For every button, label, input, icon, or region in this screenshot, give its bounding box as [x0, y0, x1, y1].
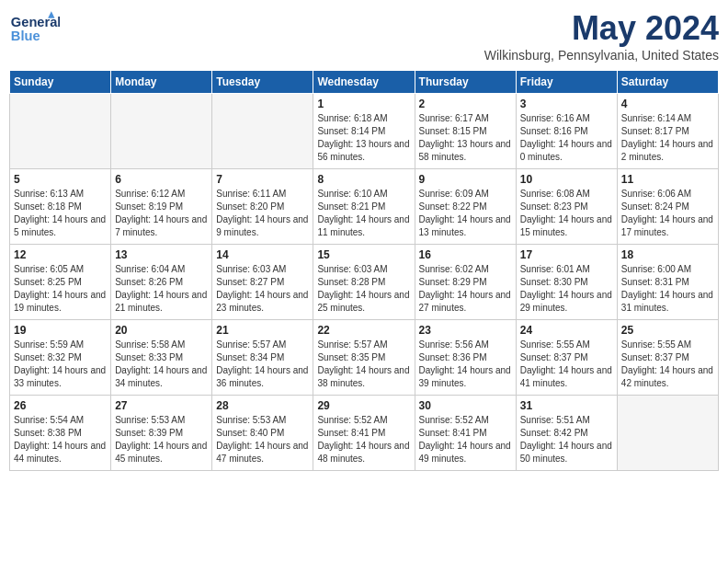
day-info: Sunrise: 5:57 AMSunset: 8:34 PMDaylight:… [216, 339, 309, 390]
day-number: 9 [419, 173, 512, 186]
calendar-table: SundayMondayTuesdayWednesdayThursdayFrid… [9, 70, 719, 471]
day-info: Sunrise: 5:52 AMSunset: 8:41 PMDaylight:… [317, 414, 410, 465]
day-number: 7 [216, 173, 309, 186]
day-of-week-header: Monday [111, 71, 212, 94]
day-info: Sunrise: 6:12 AMSunset: 8:19 PMDaylight:… [115, 188, 208, 239]
calendar-day-cell: 8Sunrise: 6:10 AMSunset: 8:21 PMDaylight… [313, 169, 415, 245]
day-info: Sunrise: 6:14 AMSunset: 8:17 PMDaylight:… [621, 112, 714, 164]
calendar-day-cell [212, 94, 313, 169]
calendar-day-cell [111, 94, 212, 169]
month-title: May 2024 [484, 9, 719, 48]
day-info: Sunrise: 6:13 AMSunset: 8:18 PMDaylight:… [14, 188, 107, 239]
calendar-day-cell: 29Sunrise: 5:52 AMSunset: 8:41 PMDayligh… [313, 396, 415, 471]
day-info: Sunrise: 6:03 AMSunset: 8:28 PMDaylight:… [317, 263, 410, 315]
day-number: 24 [520, 324, 613, 337]
calendar-day-cell: 27Sunrise: 5:53 AMSunset: 8:39 PMDayligh… [111, 396, 212, 471]
day-info: Sunrise: 6:16 AMSunset: 8:16 PMDaylight:… [520, 112, 613, 164]
day-of-week-header: Wednesday [313, 71, 415, 94]
day-number: 5 [14, 173, 107, 186]
day-of-week-header: Tuesday [212, 71, 313, 94]
calendar-day-cell: 21Sunrise: 5:57 AMSunset: 8:34 PMDayligh… [212, 320, 313, 396]
calendar-day-cell [10, 94, 111, 169]
day-info: Sunrise: 5:55 AMSunset: 8:37 PMDaylight:… [520, 339, 613, 390]
day-number: 14 [216, 248, 309, 261]
day-of-week-header: Friday [516, 71, 617, 94]
location: Wilkinsburg, Pennsylvania, United States [484, 48, 719, 63]
calendar-day-cell: 30Sunrise: 5:52 AMSunset: 8:41 PMDayligh… [415, 396, 516, 471]
calendar-day-cell: 9Sunrise: 6:09 AMSunset: 8:22 PMDaylight… [415, 169, 516, 245]
day-info: Sunrise: 6:09 AMSunset: 8:22 PMDaylight:… [419, 188, 512, 239]
day-info: Sunrise: 6:18 AMSunset: 8:14 PMDaylight:… [317, 112, 410, 164]
day-info: Sunrise: 6:01 AMSunset: 8:30 PMDaylight:… [520, 263, 613, 315]
calendar-day-cell: 17Sunrise: 6:01 AMSunset: 8:30 PMDayligh… [516, 245, 617, 320]
day-info: Sunrise: 6:02 AMSunset: 8:29 PMDaylight:… [419, 263, 512, 315]
day-info: Sunrise: 5:53 AMSunset: 8:40 PMDaylight:… [216, 414, 309, 465]
day-number: 3 [520, 98, 613, 110]
calendar-day-cell: 24Sunrise: 5:55 AMSunset: 8:37 PMDayligh… [516, 320, 617, 396]
page-header: General Blue May 2024 Wilkinsburg, Penns… [9, 9, 719, 63]
day-info: Sunrise: 6:08 AMSunset: 8:23 PMDaylight:… [520, 188, 613, 239]
calendar-day-cell: 13Sunrise: 6:04 AMSunset: 8:26 PMDayligh… [111, 245, 212, 320]
day-info: Sunrise: 6:05 AMSunset: 8:25 PMDaylight:… [14, 263, 107, 315]
day-info: Sunrise: 5:57 AMSunset: 8:35 PMDaylight:… [317, 339, 410, 390]
day-number: 22 [317, 324, 410, 337]
calendar-day-cell: 26Sunrise: 5:54 AMSunset: 8:38 PMDayligh… [10, 396, 111, 471]
calendar-day-cell: 22Sunrise: 5:57 AMSunset: 8:35 PMDayligh… [313, 320, 415, 396]
day-info: Sunrise: 5:53 AMSunset: 8:39 PMDaylight:… [115, 414, 208, 465]
day-number: 16 [419, 248, 512, 261]
calendar-day-cell: 11Sunrise: 6:06 AMSunset: 8:24 PMDayligh… [617, 169, 718, 245]
day-info: Sunrise: 5:56 AMSunset: 8:36 PMDaylight:… [419, 339, 512, 390]
day-of-week-header: Saturday [617, 71, 718, 94]
day-number: 25 [621, 324, 714, 337]
day-number: 21 [216, 324, 309, 337]
calendar-day-cell: 3Sunrise: 6:16 AMSunset: 8:16 PMDaylight… [516, 94, 617, 169]
calendar-day-cell: 20Sunrise: 5:58 AMSunset: 8:33 PMDayligh… [111, 320, 212, 396]
day-number: 2 [419, 98, 512, 110]
day-number: 11 [621, 173, 714, 186]
day-info: Sunrise: 6:11 AMSunset: 8:20 PMDaylight:… [216, 188, 309, 239]
calendar-day-cell: 16Sunrise: 6:02 AMSunset: 8:29 PMDayligh… [415, 245, 516, 320]
calendar-week-row: 26Sunrise: 5:54 AMSunset: 8:38 PMDayligh… [10, 396, 719, 471]
logo-svg: General Blue [9, 9, 60, 51]
calendar-day-cell: 4Sunrise: 6:14 AMSunset: 8:17 PMDaylight… [617, 94, 718, 169]
day-number: 28 [216, 399, 309, 412]
day-number: 29 [317, 399, 410, 412]
calendar-day-cell: 5Sunrise: 6:13 AMSunset: 8:18 PMDaylight… [10, 169, 111, 245]
day-info: Sunrise: 6:10 AMSunset: 8:21 PMDaylight:… [317, 188, 410, 239]
day-info: Sunrise: 6:00 AMSunset: 8:31 PMDaylight:… [621, 263, 714, 315]
day-number: 15 [317, 248, 410, 261]
day-number: 20 [115, 324, 208, 337]
title-block: May 2024 Wilkinsburg, Pennsylvania, Unit… [484, 9, 719, 63]
day-number: 10 [520, 173, 613, 186]
calendar-day-cell: 19Sunrise: 5:59 AMSunset: 8:32 PMDayligh… [10, 320, 111, 396]
day-number: 6 [115, 173, 208, 186]
calendar-day-cell: 15Sunrise: 6:03 AMSunset: 8:28 PMDayligh… [313, 245, 415, 320]
day-number: 31 [520, 399, 613, 412]
calendar-day-cell: 7Sunrise: 6:11 AMSunset: 8:20 PMDaylight… [212, 169, 313, 245]
calendar-day-cell: 2Sunrise: 6:17 AMSunset: 8:15 PMDaylight… [415, 94, 516, 169]
svg-text:Blue: Blue [11, 29, 40, 43]
calendar-day-cell: 10Sunrise: 6:08 AMSunset: 8:23 PMDayligh… [516, 169, 617, 245]
calendar-day-cell: 18Sunrise: 6:00 AMSunset: 8:31 PMDayligh… [617, 245, 718, 320]
calendar-day-cell: 31Sunrise: 5:51 AMSunset: 8:42 PMDayligh… [516, 396, 617, 471]
calendar-day-cell: 6Sunrise: 6:12 AMSunset: 8:19 PMDaylight… [111, 169, 212, 245]
calendar-day-cell: 12Sunrise: 6:05 AMSunset: 8:25 PMDayligh… [10, 245, 111, 320]
day-info: Sunrise: 5:52 AMSunset: 8:41 PMDaylight:… [419, 414, 512, 465]
day-number: 30 [419, 399, 512, 412]
day-info: Sunrise: 6:06 AMSunset: 8:24 PMDaylight:… [621, 188, 714, 239]
calendar-day-cell: 1Sunrise: 6:18 AMSunset: 8:14 PMDaylight… [313, 94, 415, 169]
day-number: 17 [520, 248, 613, 261]
day-info: Sunrise: 6:04 AMSunset: 8:26 PMDaylight:… [115, 263, 208, 315]
calendar-week-row: 1Sunrise: 6:18 AMSunset: 8:14 PMDaylight… [10, 94, 719, 169]
calendar-header-row: SundayMondayTuesdayWednesdayThursdayFrid… [10, 71, 719, 94]
calendar-day-cell: 25Sunrise: 5:55 AMSunset: 8:37 PMDayligh… [617, 320, 718, 396]
calendar-week-row: 5Sunrise: 6:13 AMSunset: 8:18 PMDaylight… [10, 169, 719, 245]
calendar-day-cell: 23Sunrise: 5:56 AMSunset: 8:36 PMDayligh… [415, 320, 516, 396]
day-info: Sunrise: 5:55 AMSunset: 8:37 PMDaylight:… [621, 339, 714, 390]
day-number: 4 [621, 98, 714, 110]
day-info: Sunrise: 5:58 AMSunset: 8:33 PMDaylight:… [115, 339, 208, 390]
day-info: Sunrise: 6:03 AMSunset: 8:27 PMDaylight:… [216, 263, 309, 315]
calendar-day-cell [617, 396, 718, 471]
day-number: 12 [14, 248, 107, 261]
day-info: Sunrise: 5:54 AMSunset: 8:38 PMDaylight:… [14, 414, 107, 465]
